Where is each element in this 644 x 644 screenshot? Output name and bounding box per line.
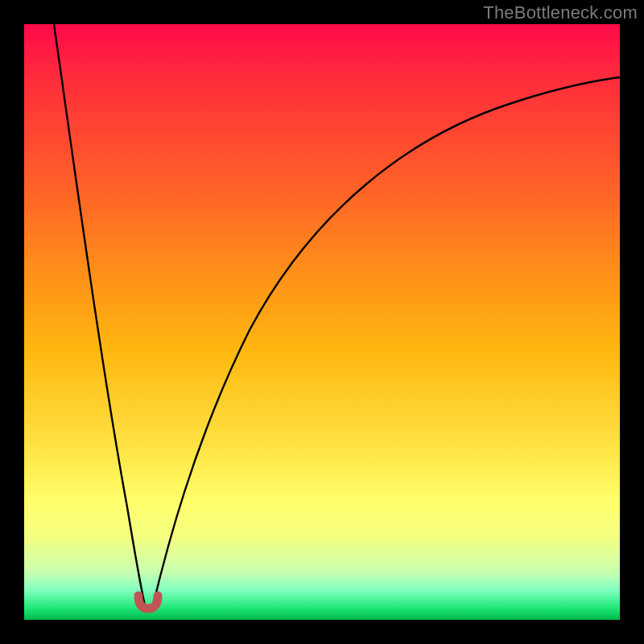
minimum-marker-icon: [138, 596, 158, 609]
curve-right-branch: [153, 77, 620, 605]
watermark-text: TheBottleneck.com: [483, 2, 638, 23]
chart-frame: TheBottleneck.com: [0, 0, 644, 644]
bottleneck-curve: [24, 24, 620, 620]
plot-area: [24, 24, 620, 620]
curve-left-branch: [54, 24, 145, 605]
